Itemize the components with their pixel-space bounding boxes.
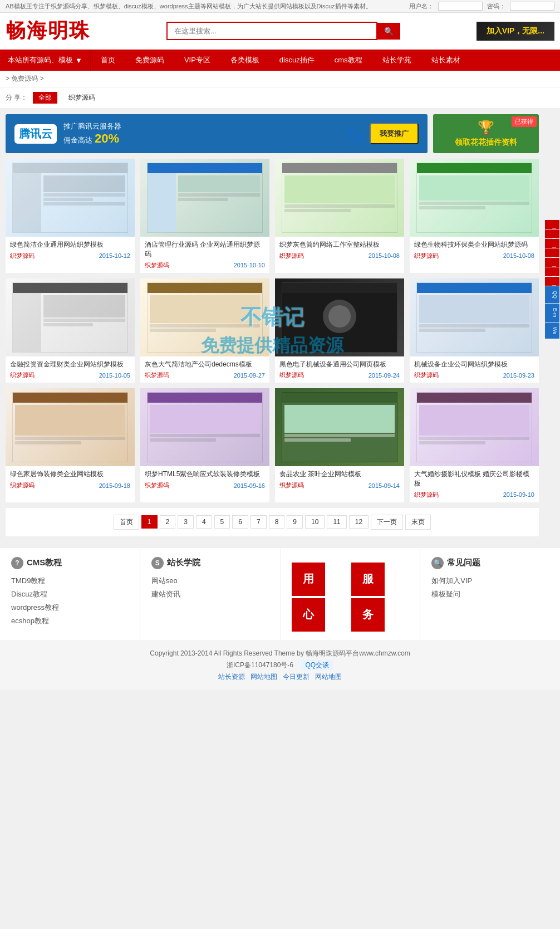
card-body-3-3: 食品农业 茶叶企业网站模板 织梦源码 2015-09-14 bbox=[275, 466, 404, 493]
card-title-1-1: 绿色简洁企业通用网站织梦模板 bbox=[10, 240, 130, 250]
username-input[interactable] bbox=[438, 2, 483, 11]
card-thumb-1-4 bbox=[410, 159, 539, 237]
footer-link-template-question[interactable]: 模板疑问 bbox=[431, 589, 549, 599]
promote-button[interactable]: 我要推广 bbox=[370, 123, 419, 144]
footer-link-discuz-tutorial[interactable]: Discuz教程 bbox=[11, 589, 129, 599]
breadcrumb-item[interactable]: 免费源码 bbox=[11, 75, 38, 82]
card-title-1-4: 绿色生物科技环保类企业网站织梦源码 bbox=[414, 240, 534, 250]
page-12[interactable]: 12 bbox=[349, 515, 369, 529]
rs-item-wechat[interactable]: We bbox=[545, 322, 559, 339]
card-3-4[interactable]: 大气婚纱摄影礼仪模板 婚庆公司影楼模板 织梦源码 2015-09-10 bbox=[410, 388, 539, 502]
card-1-2[interactable]: 酒店管理行业源码 企业网站通用织梦源码 织梦源码 2015-10-10 bbox=[140, 159, 269, 273]
card-2-4[interactable]: 机械设备企业公司网站织梦模板 织梦源码 2015-09-23 bbox=[410, 278, 539, 383]
qq-link[interactable]: QQ交谈 bbox=[301, 660, 333, 670]
page-2[interactable]: 2 bbox=[160, 515, 176, 529]
footer-link-tmd9[interactable]: TMD9教程 bbox=[11, 576, 129, 586]
page-6[interactable]: 6 bbox=[232, 515, 248, 529]
card-date-1-4: 2015-10-08 bbox=[503, 252, 534, 259]
filter-tag-all[interactable]: 全部 bbox=[33, 92, 57, 104]
nav-all-dropdown[interactable]: 本站所有源码、模板 ▼ bbox=[0, 50, 91, 71]
breadcrumb-arrow: > bbox=[6, 75, 11, 82]
header: 畅海明珠 🔍 加入VIP，无限... bbox=[0, 13, 560, 50]
rs-item-3[interactable]: 在线客服 bbox=[545, 239, 559, 248]
card-meta-1-1: 织梦源码 2015-10-12 bbox=[10, 252, 130, 260]
footer-col-cms-title: ? CMS教程 bbox=[11, 557, 129, 569]
card-3-1[interactable]: 绿色家居饰装修类企业网站模板 织梦源码 2015-09-18 bbox=[6, 388, 135, 502]
top-bar-right: 用户名： 密码： bbox=[409, 2, 554, 11]
card-date-1-2: 2015-10-10 bbox=[234, 262, 265, 268]
rs-item-4[interactable]: 在线客服 bbox=[545, 248, 559, 257]
card-2-3[interactable]: 黑色电子机械设备通用公司网页模板 织梦源码 2015-09-24 bbox=[275, 278, 404, 383]
nav-item-materials[interactable]: 站长素材 bbox=[421, 50, 470, 71]
card-1-4[interactable]: 绿色生物科技环保类企业网站织梦源码 织梦源码 2015-10-08 bbox=[410, 159, 539, 273]
filter-tag-dedecms[interactable]: 织梦源码 bbox=[63, 92, 101, 104]
nav-item-vip[interactable]: VIP专区 bbox=[174, 50, 220, 71]
search-button[interactable]: 🔍 bbox=[377, 23, 400, 40]
footer-link-seo[interactable]: 网站seo bbox=[151, 576, 269, 586]
footer-link-resources[interactable]: 站长资源 bbox=[218, 672, 245, 682]
card-title-3-4: 大气婚纱摄影礼仪模板 婚庆公司影楼模板 bbox=[414, 470, 534, 488]
card-1-3[interactable]: 织梦灰色简约网络工作室整站模板 织梦源码 2015-10-08 bbox=[275, 159, 404, 273]
rs-item-7[interactable]: 在线客服 bbox=[545, 277, 559, 286]
card-3-3[interactable]: 食品农业 茶叶企业网站模板 织梦源码 2015-09-14 bbox=[275, 388, 404, 502]
card-thumb-2-2 bbox=[140, 278, 269, 356]
card-1-1[interactable]: 绿色简洁企业通用网站织梦模板 织梦源码 2015-10-12 bbox=[6, 159, 135, 273]
page-11[interactable]: 11 bbox=[327, 515, 346, 529]
footer-link-sitemap2[interactable]: 网站地图 bbox=[315, 672, 342, 682]
card-cat-1-2: 织梦源码 bbox=[145, 261, 169, 270]
card-meta-2-3: 织梦源码 2015-09-24 bbox=[279, 371, 400, 379]
page-first[interactable]: 首页 bbox=[114, 515, 139, 530]
footer-link-today[interactable]: 今日更新 bbox=[283, 672, 310, 682]
nav-item-templates[interactable]: 各类模板 bbox=[220, 50, 269, 71]
card-cat-3-3: 织梦源码 bbox=[279, 481, 304, 490]
page-7[interactable]: 7 bbox=[250, 515, 267, 529]
search-input[interactable] bbox=[166, 22, 377, 40]
nav-item-free[interactable]: 免费源码 bbox=[125, 50, 174, 71]
card-3-2[interactable]: 织梦HTML5紫色响应式软装装修类模板 织梦源码 2015-09-16 bbox=[140, 388, 269, 502]
card-body-2-2: 灰色大气简洁地产公司dedecms模板 织梦源码 2015-09-27 bbox=[140, 356, 269, 383]
nav-item-home[interactable]: 首页 bbox=[91, 50, 125, 71]
card-date-2-2: 2015-09-27 bbox=[234, 372, 265, 379]
footer-col-faq-title: 🔍 常见问题 bbox=[431, 557, 549, 569]
top-bar: AB模板王专注于织梦源码分享、织梦模板、discuz模板、wordpress主题… bbox=[0, 0, 560, 13]
card-cat-2-3: 织梦源码 bbox=[279, 371, 304, 379]
page-1[interactable]: 1 bbox=[141, 515, 158, 529]
card-2-2[interactable]: 灰色大气简洁地产公司dedecms模板 织梦源码 2015-09-27 bbox=[140, 278, 269, 383]
page-5[interactable]: 5 bbox=[214, 515, 230, 529]
card-body-1-2: 酒店管理行业源码 企业网站通用织梦源码 织梦源码 2015-10-10 bbox=[140, 237, 269, 273]
content-area: 腾讯云 推广腾讯云服务器 佣金高达 20% 🐾 我要推广 已获得 bbox=[0, 109, 544, 547]
card-2-1[interactable]: 金融投资资金理财类企业网站织梦模板 织梦源码 2015-10-05 bbox=[6, 278, 135, 383]
rs-item-5[interactable]: 在线客服 bbox=[545, 258, 559, 267]
page-10[interactable]: 10 bbox=[305, 515, 325, 529]
page-9[interactable]: 9 bbox=[287, 515, 303, 529]
page-8[interactable]: 8 bbox=[269, 515, 285, 529]
footer-link-wordpress-tutorial[interactable]: wordpress教程 bbox=[11, 603, 129, 613]
page-3[interactable]: 3 bbox=[178, 515, 194, 529]
banner-main[interactable]: 腾讯云 推广腾讯云服务器 佣金高达 20% 🐾 我要推广 bbox=[6, 114, 428, 153]
footer-link-ecshop[interactable]: ecshop教程 bbox=[11, 616, 129, 626]
nav-item-discuz[interactable]: discuz插件 bbox=[269, 50, 325, 71]
password-input[interactable] bbox=[510, 2, 554, 11]
grid-row-2: 金融投资资金理财类企业网站织梦模板 织梦源码 2015-10-05 bbox=[6, 278, 539, 383]
filter-label: 分 享： bbox=[6, 93, 27, 102]
rs-item-email[interactable]: E-m bbox=[545, 304, 559, 322]
logo[interactable]: 畅海明珠 bbox=[6, 17, 90, 45]
page-next[interactable]: 下一页 bbox=[371, 515, 403, 530]
rs-item-6[interactable]: 在线客服 bbox=[545, 267, 559, 276]
footer-link-sitemap[interactable]: 网站地图 bbox=[250, 672, 277, 682]
banner-side[interactable]: 已获得 🏆 领取花花插件资料 bbox=[433, 114, 539, 153]
nav-item-cms[interactable]: cms教程 bbox=[325, 50, 372, 71]
rs-item-1[interactable]: 在线客服 bbox=[545, 220, 559, 229]
rs-item-qq[interactable]: QQ bbox=[545, 286, 559, 303]
card-date-3-2: 2015-09-16 bbox=[234, 482, 265, 489]
vip-button[interactable]: 加入VIP，无限... bbox=[477, 22, 554, 41]
nav-item-learn[interactable]: 站长学苑 bbox=[372, 50, 421, 71]
footer-link-build[interactable]: 建站资讯 bbox=[151, 589, 269, 599]
card-date-3-4: 2015-09-10 bbox=[503, 491, 534, 498]
footer-link-join-vip[interactable]: 如何加入VIP bbox=[431, 576, 549, 586]
page-last[interactable]: 末页 bbox=[405, 515, 431, 530]
rs-item-2[interactable]: 在线客服 bbox=[545, 229, 559, 238]
footer-col-service: 用 服 心 务 bbox=[281, 548, 421, 640]
page-4[interactable]: 4 bbox=[196, 515, 212, 529]
card-date-2-3: 2015-09-24 bbox=[369, 372, 400, 379]
